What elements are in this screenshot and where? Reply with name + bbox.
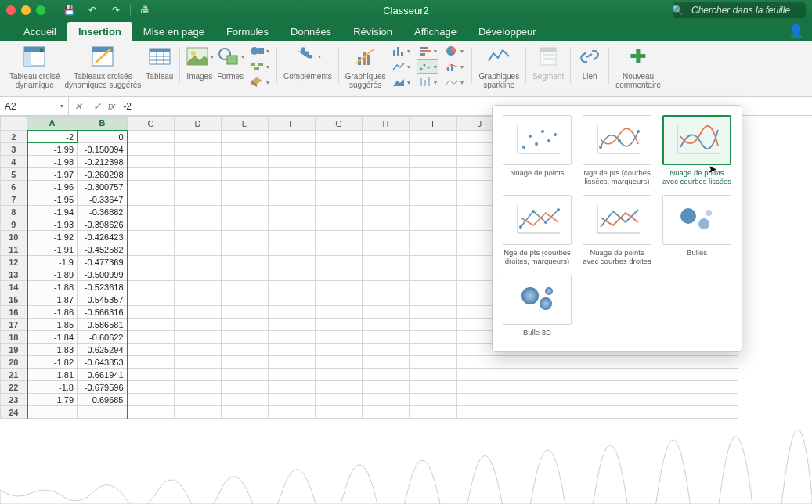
undo-button[interactable]: ↶ [83,2,102,18]
cell[interactable] [363,181,410,193]
row-header[interactable]: 9 [1,218,27,231]
cell[interactable] [363,319,410,331]
search-input[interactable] [673,2,806,18]
cell[interactable] [503,381,550,394]
row-header[interactable]: 16 [1,306,27,319]
cell[interactable]: -0.643853 [78,356,128,369]
cell[interactable] [222,281,269,293]
cell[interactable]: 0 [78,131,128,143]
cell[interactable] [128,256,175,268]
cell[interactable] [363,193,410,206]
cell[interactable] [363,156,410,168]
cell[interactable] [457,381,503,394]
cell[interactable]: -1.79 [27,394,78,406]
cell[interactable] [410,168,457,181]
cell[interactable] [175,231,222,243]
cell[interactable]: -0.260298 [78,168,128,181]
cell[interactable]: -1.91 [27,243,78,256]
cell[interactable] [222,331,269,344]
cell[interactable] [363,381,410,394]
cell[interactable] [691,394,738,406]
cell[interactable] [269,193,316,206]
cell[interactable] [222,218,269,231]
cell[interactable] [222,181,269,193]
cell[interactable] [128,381,175,394]
cell[interactable] [269,331,316,344]
cell[interactable] [128,268,175,281]
shapes-button[interactable]: ▾ Formes [217,44,244,81]
cell[interactable] [222,319,269,331]
cell[interactable] [503,394,550,406]
cell[interactable]: -0.500999 [78,268,128,281]
row-header[interactable]: 19 [1,344,27,356]
cell[interactable] [410,206,457,218]
cell[interactable] [175,293,222,306]
images-button[interactable]: ▾ Images [186,44,212,81]
cell[interactable] [363,206,410,218]
cell[interactable] [410,256,457,268]
sparkline-button[interactable]: Graphiques sparkline [478,44,519,89]
cell[interactable] [128,168,175,181]
cell[interactable] [550,369,597,381]
cell[interactable] [128,181,175,193]
cell[interactable]: -0.426423 [78,231,128,243]
row-header[interactable]: 20 [1,356,27,369]
cell[interactable] [316,356,363,369]
row-header[interactable]: 18 [1,331,27,344]
cell[interactable] [691,356,738,369]
cell[interactable] [316,156,363,168]
cell[interactable] [410,218,457,231]
cell[interactable]: -1.97 [27,168,78,181]
cell[interactable] [222,268,269,281]
bar-chart-button[interactable]: ▾ [417,44,438,58]
cell[interactable] [316,344,363,356]
cell[interactable]: -1.85 [27,319,78,331]
cell[interactable] [269,243,316,256]
cell[interactable] [128,369,175,381]
cell[interactable] [410,181,457,193]
cell[interactable] [410,381,457,394]
cell[interactable] [316,231,363,243]
cell[interactable] [363,131,410,143]
cell[interactable] [410,243,457,256]
row-header[interactable]: 21 [1,369,27,381]
cell[interactable] [363,331,410,344]
cell[interactable]: -1.95 [27,193,78,206]
chart-option-scatter-straight-markers[interactable]: Nge de pts (courbes droites, marqueurs) [500,193,574,267]
cell[interactable] [363,143,410,156]
cell[interactable]: -1.9 [27,256,78,268]
cell[interactable] [222,306,269,319]
cell[interactable] [175,168,222,181]
cell[interactable] [175,243,222,256]
cell[interactable] [410,319,457,331]
cell[interactable] [175,344,222,356]
tab-mise-en-page[interactable]: Mise en page [132,22,215,41]
cell[interactable] [128,206,175,218]
cell[interactable] [128,156,175,168]
column-header-G[interactable]: G [316,117,363,131]
row-header[interactable]: 11 [1,243,27,256]
row-header[interactable]: 12 [1,256,27,268]
row-header[interactable]: 23 [1,394,27,406]
tab-formules[interactable]: Formules [215,22,280,41]
cell[interactable] [503,369,550,381]
cell[interactable]: -1.94 [27,206,78,218]
cell[interactable]: -0.69685 [78,394,128,406]
cell[interactable] [597,394,644,406]
chart-option-scatter-smooth[interactable]: Nuage de points avec courbes lissées [660,113,734,187]
cell[interactable] [410,394,457,406]
cell[interactable] [316,319,363,331]
minimize-icon[interactable] [21,5,31,15]
cell[interactable] [410,369,457,381]
cell[interactable] [363,394,410,406]
cell[interactable] [175,131,222,143]
cell[interactable]: -1.8 [27,381,78,394]
cell[interactable] [269,369,316,381]
cell[interactable] [222,293,269,306]
cell[interactable] [410,344,457,356]
cell[interactable]: -0.566316 [78,306,128,319]
cell[interactable]: -1.92 [27,231,78,243]
cell[interactable] [363,281,410,293]
cell[interactable]: -0.150094 [78,143,128,156]
cell[interactable] [222,156,269,168]
